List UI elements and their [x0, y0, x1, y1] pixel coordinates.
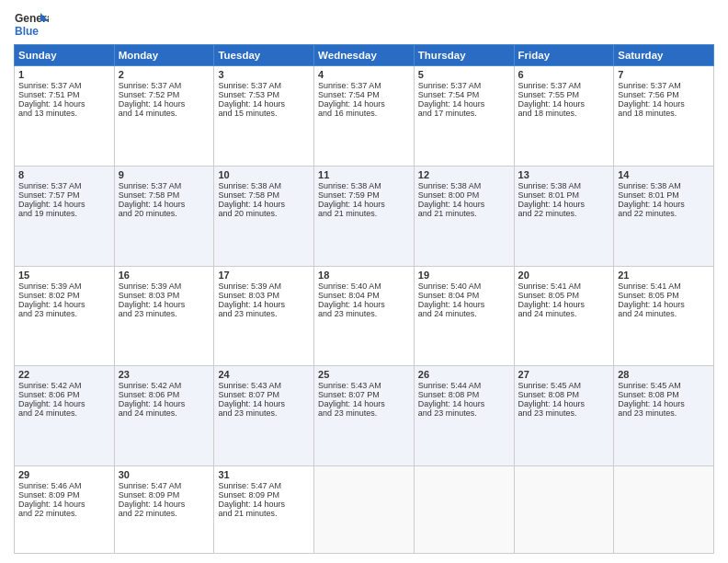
logo: General Blue	[14, 9, 49, 39]
day-number: 9	[119, 169, 210, 180]
sunrise: Sunrise: 5:46 AM	[18, 481, 82, 490]
day-number: 12	[418, 169, 510, 180]
daylight: Daylight: 14 hoursand 23 minutes.	[318, 399, 385, 418]
calendar-cell: 28Sunrise: 5:45 AMSunset: 8:08 PMDayligh…	[614, 366, 714, 466]
daylight: Daylight: 14 hoursand 23 minutes.	[18, 300, 85, 318]
sunset: Sunset: 8:04 PM	[318, 291, 380, 300]
sunrise: Sunrise: 5:38 AM	[218, 181, 281, 190]
day-number: 10	[218, 169, 310, 180]
sunrise: Sunrise: 5:43 AM	[318, 381, 381, 390]
calendar-cell: 12Sunrise: 5:38 AMSunset: 8:00 PMDayligh…	[414, 166, 514, 266]
sunset: Sunset: 7:57 PM	[18, 190, 80, 200]
calendar-cell: 27Sunrise: 5:45 AMSunset: 8:08 PMDayligh…	[514, 366, 614, 466]
sunrise: Sunrise: 5:37 AM	[418, 81, 482, 90]
sunset: Sunset: 8:07 PM	[218, 390, 279, 399]
day-number: 21	[618, 270, 710, 281]
daylight: Daylight: 14 hoursand 23 minutes.	[119, 300, 186, 318]
calendar-cell: 9Sunrise: 5:37 AMSunset: 7:58 PMDaylight…	[114, 166, 214, 266]
calendar-cell: 18Sunrise: 5:40 AMSunset: 8:04 PMDayligh…	[314, 266, 415, 366]
sunrise: Sunrise: 5:47 AM	[218, 481, 281, 490]
calendar-table: SundayMondayTuesdayWednesdayThursdayFrid…	[14, 44, 714, 554]
sunset: Sunset: 8:08 PM	[518, 390, 580, 399]
sunset: Sunset: 7:52 PM	[119, 90, 180, 99]
sunrise: Sunrise: 5:45 AM	[518, 381, 582, 390]
calendar-cell: 29Sunrise: 5:46 AMSunset: 8:09 PMDayligh…	[15, 466, 115, 554]
daylight: Daylight: 14 hoursand 22 minutes.	[119, 500, 186, 518]
svg-text:Blue: Blue	[15, 25, 39, 38]
sunrise: Sunrise: 5:37 AM	[218, 81, 281, 90]
calendar-cell: 17Sunrise: 5:39 AMSunset: 8:03 PMDayligh…	[214, 266, 314, 366]
calendar-cell: 15Sunrise: 5:39 AMSunset: 8:02 PMDayligh…	[15, 266, 115, 366]
daylight: Daylight: 14 hoursand 23 minutes.	[518, 399, 586, 418]
sunset: Sunset: 8:07 PM	[318, 390, 380, 399]
col-header-wednesday: Wednesday	[314, 45, 415, 66]
sunrise: Sunrise: 5:42 AM	[18, 381, 82, 390]
calendar-cell: 31Sunrise: 5:47 AMSunset: 8:09 PMDayligh…	[214, 466, 314, 554]
calendar-cell: 5Sunrise: 5:37 AMSunset: 7:54 PMDaylight…	[414, 66, 514, 167]
daylight: Daylight: 14 hoursand 22 minutes.	[618, 200, 685, 218]
sunrise: Sunrise: 5:41 AM	[618, 282, 681, 291]
sunset: Sunset: 7:54 PM	[418, 90, 480, 99]
calendar-cell: 1Sunrise: 5:37 AMSunset: 7:51 PMDaylight…	[15, 66, 115, 167]
day-number: 4	[318, 69, 410, 80]
daylight: Daylight: 14 hoursand 16 minutes.	[318, 99, 385, 118]
sunrise: Sunrise: 5:39 AM	[18, 282, 82, 291]
sunset: Sunset: 8:09 PM	[119, 490, 180, 500]
calendar-cell: 26Sunrise: 5:44 AMSunset: 8:08 PMDayligh…	[414, 366, 514, 466]
daylight: Daylight: 14 hoursand 19 minutes.	[18, 200, 85, 218]
sunrise: Sunrise: 5:40 AM	[418, 282, 482, 291]
day-number: 6	[518, 69, 610, 80]
daylight: Daylight: 14 hoursand 23 minutes.	[318, 300, 385, 318]
sunrise: Sunrise: 5:37 AM	[119, 81, 182, 90]
day-number: 1	[18, 69, 110, 80]
daylight: Daylight: 14 hoursand 24 minutes.	[18, 399, 85, 418]
sunrise: Sunrise: 5:37 AM	[18, 81, 82, 90]
day-number: 2	[119, 69, 210, 80]
day-number: 17	[218, 270, 310, 281]
daylight: Daylight: 14 hoursand 21 minutes.	[318, 200, 385, 218]
sunset: Sunset: 8:05 PM	[518, 291, 580, 300]
sunset: Sunset: 8:03 PM	[119, 291, 180, 300]
daylight: Daylight: 14 hoursand 20 minutes.	[119, 200, 186, 218]
sunrise: Sunrise: 5:44 AM	[418, 381, 482, 390]
sunrise: Sunrise: 5:37 AM	[618, 81, 681, 90]
day-number: 29	[18, 469, 110, 480]
sunrise: Sunrise: 5:39 AM	[218, 282, 281, 291]
daylight: Daylight: 14 hoursand 18 minutes.	[618, 99, 685, 118]
sunset: Sunset: 8:09 PM	[18, 490, 80, 500]
daylight: Daylight: 14 hoursand 21 minutes.	[218, 500, 285, 518]
day-number: 14	[618, 169, 710, 180]
calendar-cell: 10Sunrise: 5:38 AMSunset: 7:58 PMDayligh…	[214, 166, 314, 266]
sunset: Sunset: 7:55 PM	[518, 90, 580, 99]
daylight: Daylight: 14 hoursand 18 minutes.	[518, 99, 586, 118]
day-number: 20	[518, 270, 610, 281]
daylight: Daylight: 14 hoursand 20 minutes.	[218, 200, 285, 218]
daylight: Daylight: 14 hoursand 23 minutes.	[418, 399, 485, 418]
calendar-cell	[414, 466, 514, 554]
calendar-cell: 4Sunrise: 5:37 AMSunset: 7:54 PMDaylight…	[314, 66, 415, 167]
calendar-cell: 19Sunrise: 5:40 AMSunset: 8:04 PMDayligh…	[414, 266, 514, 366]
sunset: Sunset: 8:06 PM	[18, 390, 80, 399]
col-header-friday: Friday	[514, 45, 614, 66]
day-number: 5	[418, 69, 510, 80]
day-number: 15	[18, 270, 110, 281]
calendar-cell: 22Sunrise: 5:42 AMSunset: 8:06 PMDayligh…	[15, 366, 115, 466]
calendar-cell: 2Sunrise: 5:37 AMSunset: 7:52 PMDaylight…	[114, 66, 214, 167]
sunrise: Sunrise: 5:41 AM	[518, 282, 582, 291]
calendar-cell: 3Sunrise: 5:37 AMSunset: 7:53 PMDaylight…	[214, 66, 314, 167]
sunset: Sunset: 8:02 PM	[18, 291, 80, 300]
calendar-cell	[614, 466, 714, 554]
col-header-thursday: Thursday	[414, 45, 514, 66]
sunset: Sunset: 7:58 PM	[119, 190, 180, 200]
sunrise: Sunrise: 5:43 AM	[218, 381, 281, 390]
daylight: Daylight: 14 hoursand 24 minutes.	[618, 300, 685, 318]
sunset: Sunset: 8:06 PM	[119, 390, 180, 399]
sunset: Sunset: 8:08 PM	[618, 390, 679, 399]
daylight: Daylight: 14 hoursand 24 minutes.	[119, 399, 186, 418]
sunset: Sunset: 7:56 PM	[618, 90, 679, 99]
sunset: Sunset: 7:51 PM	[18, 90, 80, 99]
calendar-cell	[314, 466, 415, 554]
sunset: Sunset: 8:09 PM	[218, 490, 279, 500]
logo-graphic: General Blue	[14, 9, 49, 39]
day-number: 26	[418, 369, 510, 380]
